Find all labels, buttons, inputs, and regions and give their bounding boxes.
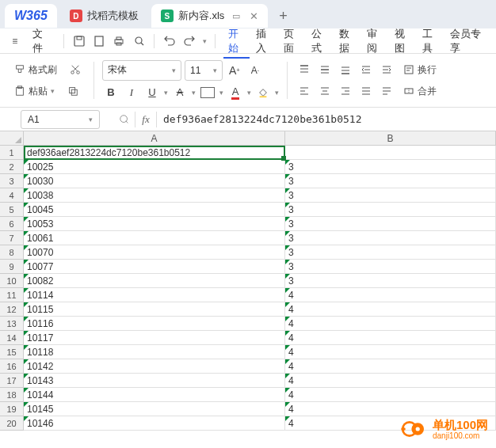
row-header[interactable]: 19	[0, 402, 24, 416]
chevron-down-icon[interactable]: ▾	[275, 89, 279, 97]
formula-input[interactable]: def936aef2813224dc7120be361b0512	[157, 110, 496, 129]
cell[interactable]: 4	[285, 302, 496, 317]
cell[interactable]: 10117	[24, 331, 285, 345]
template-tab[interactable]: D 找稻壳模板	[60, 4, 148, 28]
cut-button[interactable]	[65, 62, 86, 78]
row-header[interactable]: 20	[0, 416, 24, 431]
cell[interactable]: 10038	[24, 188, 285, 203]
align-top-button[interactable]	[296, 61, 313, 78]
select-all-corner[interactable]	[0, 131, 24, 146]
cell[interactable]: 10144	[24, 388, 285, 402]
cell[interactable]: 3	[285, 160, 496, 174]
cell[interactable]: 4	[285, 317, 496, 331]
cell[interactable]: 3	[285, 231, 496, 245]
ribbon-tab-page[interactable]: 页面	[279, 24, 305, 59]
chevron-down-icon[interactable]: ▾	[164, 89, 168, 97]
font-name-select[interactable]: 宋体 ▾	[102, 60, 181, 81]
cell[interactable]: 3	[285, 245, 496, 260]
cell[interactable]: 3	[285, 274, 496, 288]
cell[interactable]: 10118	[24, 345, 285, 359]
chevron-down-icon[interactable]: ▾	[219, 89, 223, 97]
redo-icon[interactable]	[183, 33, 196, 49]
ribbon-tab-insert[interactable]: 插入	[251, 24, 277, 59]
fx-button[interactable]: fx	[135, 113, 156, 126]
row-header[interactable]: 18	[0, 388, 24, 402]
name-box[interactable]: A1 ▾	[21, 110, 100, 129]
cell[interactable]: 10115	[24, 302, 285, 317]
ribbon-tab-start[interactable]: 开始	[223, 24, 250, 59]
cell[interactable]: 10114	[24, 288, 285, 302]
chevron-down-icon[interactable]: ▾	[203, 37, 207, 45]
row-header[interactable]: 5	[0, 203, 24, 217]
indent-left-button[interactable]	[357, 61, 375, 78]
preview-icon[interactable]	[132, 33, 146, 49]
ribbon-tab-member[interactable]: 会员专享	[445, 24, 488, 59]
ribbon-tab-formula[interactable]: 公式	[307, 24, 333, 59]
align-right-button[interactable]	[337, 82, 354, 100]
new-tab-button[interactable]: +	[271, 8, 296, 25]
ribbon-tab-review[interactable]: 审阅	[362, 24, 388, 59]
save-icon[interactable]	[72, 33, 86, 49]
indent-right-button[interactable]	[378, 61, 395, 78]
row-header[interactable]: 12	[0, 302, 24, 317]
cell[interactable]: 4	[285, 288, 496, 302]
align-justify-button[interactable]	[357, 82, 375, 100]
cell[interactable]: 3	[285, 203, 496, 217]
wrap-text-button[interactable]: 换行	[399, 61, 441, 79]
cell[interactable]: 10116	[24, 317, 285, 331]
row-header[interactable]: 10	[0, 274, 24, 288]
font-color-button[interactable]: A	[227, 84, 244, 101]
row-header[interactable]: 11	[0, 288, 24, 302]
cell[interactable]: 10070	[24, 245, 285, 260]
row-header[interactable]: 7	[0, 231, 24, 245]
hamburger-icon[interactable]: ≡	[8, 33, 21, 49]
column-header-b[interactable]: B	[285, 131, 496, 146]
row-header[interactable]: 6	[0, 217, 24, 231]
row-header[interactable]: 9	[0, 260, 24, 274]
copy-button[interactable]	[63, 83, 83, 99]
cancel-formula-icon[interactable]	[114, 114, 135, 125]
ribbon-tab-tools[interactable]: 工具	[418, 24, 444, 59]
increase-font-button[interactable]: A+	[226, 62, 243, 79]
decrease-font-button[interactable]: A-	[246, 62, 264, 79]
format-painter-button[interactable]: 格式刷	[10, 61, 62, 79]
underline-button[interactable]: U	[143, 84, 161, 101]
cell[interactable]: 3	[285, 260, 496, 274]
column-header-a[interactable]: A	[24, 131, 285, 146]
cell[interactable]: 10061	[24, 231, 285, 245]
cell[interactable]: 4	[285, 374, 496, 388]
cell[interactable]: 4	[285, 345, 496, 359]
cell[interactable]: 4	[285, 331, 496, 345]
cell[interactable]: 10053	[24, 217, 285, 231]
cell[interactable]: 3	[285, 174, 496, 188]
align-middle-button[interactable]	[316, 61, 334, 78]
undo-icon[interactable]	[162, 33, 176, 49]
row-header[interactable]: 4	[0, 188, 24, 203]
orientation-button[interactable]	[378, 82, 395, 100]
row-header[interactable]: 16	[0, 359, 24, 374]
close-tab-icon[interactable]: ✕	[250, 10, 258, 22]
align-bottom-button[interactable]	[337, 61, 354, 78]
cell[interactable]: 10142	[24, 359, 285, 374]
cell[interactable]: 10030	[24, 174, 285, 188]
row-header[interactable]: 17	[0, 374, 24, 388]
row-header[interactable]: 8	[0, 245, 24, 260]
paste-button[interactable]: 粘贴 ▾	[10, 82, 59, 101]
align-left-button[interactable]	[296, 82, 313, 100]
chevron-down-icon[interactable]: ▾	[192, 89, 196, 97]
cell[interactable]: 4	[285, 388, 496, 402]
row-header[interactable]: 14	[0, 331, 24, 345]
strikethrough-button[interactable]: A	[171, 84, 189, 101]
cell[interactable]: 10045	[24, 203, 285, 217]
border-button[interactable]	[199, 84, 216, 101]
row-header[interactable]: 13	[0, 317, 24, 331]
fill-color-button[interactable]	[254, 84, 272, 101]
align-center-button[interactable]	[316, 82, 334, 100]
cell[interactable]	[285, 146, 496, 160]
ribbon-tab-view[interactable]: 视图	[390, 24, 416, 59]
new-icon[interactable]	[92, 33, 105, 49]
chevron-down-icon[interactable]: ▾	[247, 89, 251, 97]
cell[interactable]: 10082	[24, 274, 285, 288]
cell[interactable]: 4	[285, 402, 496, 416]
cell[interactable]: 4	[285, 359, 496, 374]
